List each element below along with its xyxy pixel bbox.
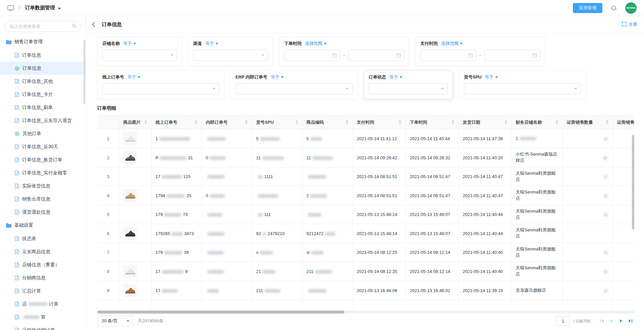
fullscreen-button[interactable]: 全屏 (622, 21, 637, 28)
next-page-button[interactable] (618, 318, 624, 324)
product-image[interactable] (123, 151, 137, 164)
sidebar-item[interactable]: 订单信息_卡片 (0, 88, 86, 101)
sales-qty-cell (562, 205, 613, 224)
sidebar-item[interactable]: 京东商品信息 (0, 245, 86, 258)
sidebar-item[interactable]: 订单信息 (0, 62, 86, 75)
filter-operator-dropdown[interactable]: 等于 (205, 41, 218, 47)
col-header-order-time[interactable]: 下单时间 (406, 116, 459, 129)
sort-icon[interactable] (345, 120, 348, 124)
bell-icon[interactable] (610, 5, 617, 11)
sidebar-item[interactable]: 店铺低动销计算 (0, 324, 86, 330)
sort-icon[interactable] (606, 120, 609, 124)
page-size-select[interactable]: 20 条/页 (98, 316, 133, 326)
sidebar-item[interactable]: 订单信息_近30天 (0, 140, 86, 153)
sort-icon[interactable] (451, 120, 454, 124)
col-header-internal-order-no[interactable]: 内部订单号 (202, 116, 252, 129)
sidebar-item[interactable]: 分销商信息 (0, 271, 86, 284)
sidebar-item[interactable]: 订单信息_实付金额零 (0, 166, 86, 179)
main-panel: 订单信息 全屏 店铺名称等于渠道等于下单时间选择范围~支付时间选择范围~线上订单… (86, 16, 644, 330)
column-label: 线上订单号 (156, 119, 177, 125)
sidebar-item[interactable]: 其他订单 (0, 127, 86, 140)
sort-icon[interactable] (195, 120, 198, 124)
col-header-product-code[interactable]: 商品编码 (302, 116, 353, 129)
calendar-icon (532, 53, 537, 58)
col-header-online-order-no[interactable]: 线上订单号 (151, 116, 202, 129)
sort-icon[interactable] (245, 120, 248, 124)
horizontal-scrollbar-thumb[interactable] (97, 311, 344, 314)
prev-page-button[interactable] (608, 318, 614, 324)
filter-operator-dropdown[interactable]: 等于 (485, 74, 498, 80)
sidebar-group-0[interactable]: 销售订单管理 (0, 35, 86, 49)
window-icon[interactable] (7, 5, 14, 11)
sidebar-item[interactable]: 实际收货信息 (0, 179, 86, 192)
search-icon[interactable] (71, 23, 77, 30)
vertical-scrollbar[interactable] (631, 131, 635, 309)
back-button[interactable] (90, 20, 97, 29)
filter-value-select[interactable] (369, 83, 448, 94)
text-segment: 17 (156, 288, 160, 293)
sidebar-item[interactable]: 汇总计算 (0, 284, 86, 297)
sidebar-item[interactable]: 算 (0, 311, 86, 324)
sidebar-item[interactable]: 店计算 (0, 297, 86, 311)
filter-value-select[interactable] (193, 50, 268, 61)
product-image[interactable] (123, 284, 137, 297)
column-label: 发货日期 (463, 119, 480, 125)
col-header-pay-time[interactable]: 支付时间 (353, 116, 406, 129)
sort-icon[interactable] (555, 120, 558, 124)
sidebar-item[interactable]: 订单信息_刷单 (0, 101, 86, 114)
search-input[interactable] (9, 23, 69, 29)
filter-operator-dropdown[interactable]: 等于 (127, 74, 141, 80)
filter-value-select[interactable] (102, 50, 177, 61)
column-label: 商品图片 (123, 119, 141, 125)
filter-value-select[interactable] (235, 83, 353, 94)
date-start-input[interactable] (284, 50, 340, 61)
vertical-scrollbar-thumb[interactable] (632, 135, 634, 229)
product-image[interactable] (123, 265, 137, 278)
col-header-spu[interactable]: 货号SPU (252, 116, 302, 129)
last-page-button[interactable] (627, 318, 634, 324)
page-input[interactable] (556, 316, 570, 326)
date-end-input[interactable] (484, 50, 540, 61)
sidebar-item[interactable]: 订单信息_换货订单 (0, 153, 86, 166)
col-header-sales-amount[interactable]: 运营销售金额 (613, 116, 635, 129)
product-image[interactable] (123, 227, 137, 240)
page-switcher[interactable]: 订单数据管理 (25, 5, 61, 11)
filter-value-select[interactable] (464, 83, 581, 94)
app-manage-button[interactable]: 应用管理 (573, 3, 602, 13)
online-order-no-cell: 17973 (151, 205, 202, 224)
product-image[interactable] (123, 189, 137, 202)
col-header-finance-store-name[interactable]: 财务店铺名称 (512, 116, 562, 129)
sidebar-item[interactable]: 状态表 (0, 232, 86, 245)
sort-icon[interactable] (144, 120, 147, 124)
filter-operator-dropdown[interactable]: 选择范围 (305, 41, 327, 47)
first-page-button[interactable] (598, 318, 605, 324)
sidebar-item[interactable]: 退货退款信息 (0, 206, 86, 219)
filter-operator-dropdown[interactable]: 等于 (123, 41, 136, 47)
sort-icon[interactable] (504, 120, 507, 124)
sidebar-item[interactable]: 订单信息_京东导入退货 (0, 114, 86, 127)
product-code-cell: 11 (302, 148, 353, 167)
sidebar-group-1[interactable]: 基础设置 (0, 219, 86, 232)
filter-operator-dropdown[interactable]: 等于 (271, 74, 284, 80)
date-end-input[interactable] (348, 50, 404, 61)
topbar-right: 应用管理 SENMA (573, 2, 637, 14)
sidebar-item[interactable]: 订单信息_其他 (0, 75, 86, 88)
redacted-segment (264, 289, 280, 293)
filter-operator-dropdown[interactable]: 选择范围 (441, 41, 463, 47)
order-table: 商品图片线上订单号内部订单号货号SPU商品编码支付时间下单时间发货日期财务店铺名… (97, 115, 635, 309)
sidebar-item[interactable]: 销售出库信息 (0, 192, 86, 206)
filter-operator-dropdown[interactable]: 等于 (389, 74, 402, 80)
sidebar-item[interactable]: 订单信息 (0, 49, 86, 62)
date-start-input[interactable] (420, 50, 476, 61)
sort-icon[interactable] (398, 120, 401, 124)
product-image[interactable] (123, 132, 137, 145)
sort-icon[interactable] (295, 120, 298, 124)
sidebar-scrollbar[interactable] (84, 40, 85, 104)
avatar[interactable]: SENMA (625, 2, 637, 14)
col-header-ship-date[interactable]: 发货日期 (459, 116, 512, 129)
col-header-product-image[interactable]: 商品图片 (119, 116, 151, 129)
filter-value-select[interactable] (102, 83, 219, 94)
horizontal-scrollbar[interactable] (97, 311, 635, 314)
sidebar-item[interactable]: 店铺信息（重要） (0, 258, 86, 271)
col-header-sales-qty[interactable]: 运营销售数量 (562, 116, 613, 129)
